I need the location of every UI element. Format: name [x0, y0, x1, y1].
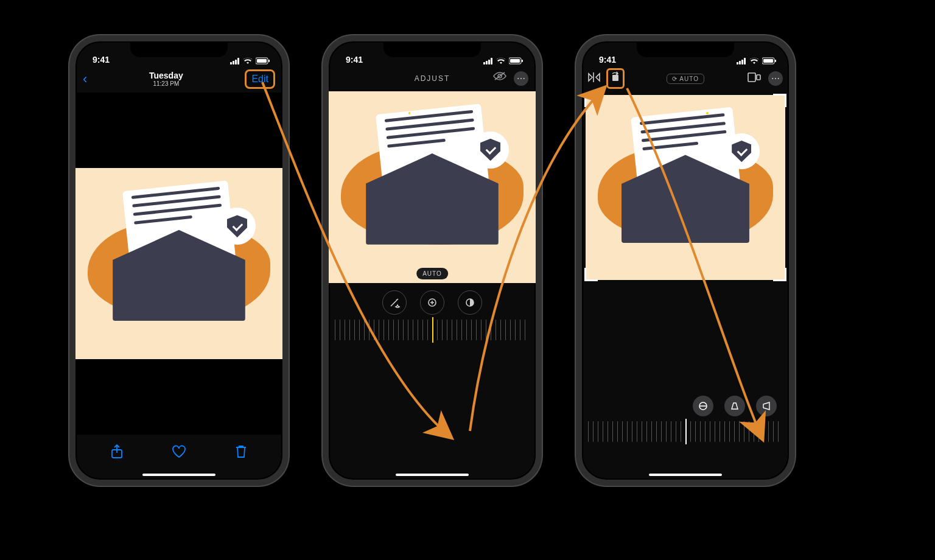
aspect-ratio-icon[interactable]: [748, 72, 761, 85]
straighten-slider[interactable]: [588, 421, 783, 442]
crop-canvas-area: [582, 91, 789, 447]
horizontal-perspective-icon[interactable]: [756, 396, 777, 416]
svg-rect-20: [757, 75, 760, 80]
status-time: 9:41: [599, 55, 616, 65]
auto-crop-chip[interactable]: ⟳ AUTO: [667, 74, 704, 84]
trash-icon[interactable]: [235, 444, 247, 461]
crop-handle-tl[interactable]: [584, 94, 598, 107]
edit-mode-label: ADJUST: [415, 74, 450, 83]
signal-icon: [483, 58, 493, 65]
crop-frame[interactable]: [586, 95, 785, 280]
battery-icon: [256, 57, 270, 65]
adjust-tool-tray: [329, 290, 536, 315]
svg-rect-5: [510, 59, 520, 63]
phone-1-photo-viewer: 9:41 ‹ Tuesday 11:23 PM Edit: [69, 35, 289, 486]
phone-2-adjust: 9:41 ADJUST ⋯ AUTO: [323, 35, 542, 486]
preview-toggle-icon[interactable]: [493, 71, 506, 86]
signal-icon: [737, 58, 746, 65]
flip-icon[interactable]: [588, 72, 600, 85]
svg-rect-16: [763, 59, 773, 63]
phone-notch: [637, 41, 734, 57]
crop-handle-tr[interactable]: [773, 94, 786, 107]
photo-image[interactable]: [586, 95, 785, 280]
svg-rect-19: [748, 73, 755, 82]
nav-title-time: 11:23 PM: [149, 80, 183, 87]
auto-enhance-icon[interactable]: [382, 290, 407, 315]
heart-icon[interactable]: [172, 445, 186, 461]
auto-adjust-label: AUTO: [416, 268, 448, 279]
exposure-icon[interactable]: [420, 290, 444, 315]
rotate-icon[interactable]: [606, 68, 625, 89]
brilliance-icon[interactable]: [458, 290, 482, 315]
crop-handle-br[interactable]: [773, 268, 786, 281]
adjust-slider[interactable]: [335, 320, 530, 340]
vertical-perspective-icon[interactable]: [724, 396, 745, 416]
battery-icon: [762, 57, 777, 65]
nav-title: Tuesday 11:23 PM: [149, 71, 183, 87]
more-options-icon[interactable]: ⋯: [768, 71, 783, 86]
crop-header: ⟳ AUTO ⋯: [582, 66, 789, 91]
home-indicator[interactable]: [142, 474, 215, 476]
status-time: 9:41: [93, 55, 110, 65]
edit-button[interactable]: Edit: [245, 69, 275, 89]
photo-image: [75, 168, 282, 360]
svg-rect-1: [257, 59, 267, 63]
battery-icon: [509, 57, 524, 65]
straighten-icon[interactable]: [693, 396, 713, 416]
nav-bar: ‹ Tuesday 11:23 PM Edit: [75, 66, 282, 93]
more-options-icon[interactable]: ⋯: [514, 71, 528, 86]
wifi-icon: [243, 57, 253, 65]
wifi-icon: [496, 57, 506, 65]
phone-notch: [130, 41, 228, 57]
home-indicator[interactable]: [649, 474, 722, 476]
phone-3-crop: 9:41 ⟳ AUTO ⋯: [576, 35, 795, 486]
nav-title-day: Tuesday: [149, 71, 183, 80]
signal-icon: [230, 58, 240, 65]
svg-rect-17: [775, 60, 776, 62]
svg-rect-2: [268, 60, 270, 62]
edit-canvas-area: AUTO: [329, 91, 536, 447]
wifi-icon: [749, 57, 759, 65]
crop-tool-tray: [582, 396, 789, 416]
status-time: 9:41: [346, 55, 363, 65]
photo-image[interactable]: [329, 91, 536, 283]
back-button[interactable]: ‹: [83, 71, 87, 87]
svg-rect-6: [522, 60, 523, 62]
photo-content[interactable]: [75, 93, 282, 435]
crop-handle-bl[interactable]: [584, 268, 598, 281]
phone-notch: [383, 41, 481, 57]
share-icon[interactable]: [111, 444, 123, 461]
home-indicator[interactable]: [396, 474, 469, 476]
edit-header: ADJUST ⋯: [329, 66, 536, 91]
svg-rect-18: [612, 75, 618, 81]
photo-toolbar: [75, 435, 282, 480]
